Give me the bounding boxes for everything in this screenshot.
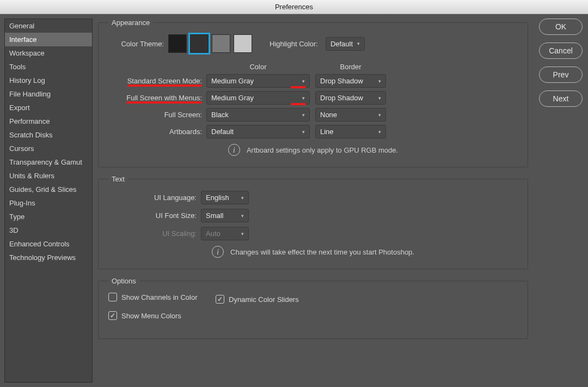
ui-scaling-label: UI Scaling: (108, 229, 201, 238)
chevron-down-icon: ▾ (241, 231, 244, 237)
dynamic-sliders-checkbox[interactable]: Dynamic Color Sliders (216, 295, 299, 304)
sidebar-item[interactable]: Interface (5, 33, 92, 46)
color-dropdown[interactable]: Black▾ (206, 108, 310, 122)
color-dropdown[interactable]: Medium Gray▾ (206, 91, 310, 105)
chevron-down-icon: ▾ (241, 195, 244, 201)
ui-font-size-dropdown[interactable]: Small ▾ (201, 209, 249, 222)
options-group: Options Show Channels in Color Dynamic C… (98, 277, 528, 339)
screen-mode-row: Full Screen with Menus:Medium Gray▾Drop … (108, 91, 518, 105)
color-value: Default (211, 128, 234, 136)
text-group: Text UI Language: English ▾ UI Font Size… (98, 175, 528, 269)
checkbox-icon (108, 293, 117, 301)
sidebar: GeneralInterfaceWorkspaceToolsHistory Lo… (4, 19, 93, 383)
prev-button[interactable]: Prev (539, 66, 583, 83)
text-info-text: Changes will take effect the next time y… (230, 248, 414, 256)
window-body: GeneralInterfaceWorkspaceToolsHistory Lo… (0, 14, 588, 387)
color-value: Medium Gray (211, 94, 254, 102)
sidebar-item[interactable]: Enhanced Controls (5, 237, 92, 251)
sidebar-item[interactable]: Scratch Disks (5, 128, 92, 142)
sidebar-item[interactable]: Guides, Grid & Slices (5, 183, 92, 196)
text-info-row: i Changes will take effect the next time… (108, 246, 518, 258)
next-button[interactable]: Next (539, 90, 583, 107)
border-dropdown[interactable]: Drop Shadow▾ (315, 74, 386, 88)
ui-font-size-value: Small (206, 211, 224, 220)
screen-mode-label: Full Screen: (108, 111, 206, 119)
sidebar-item[interactable]: History Log (5, 74, 92, 87)
screen-mode-row: Artboards:Default▾Line▾ (108, 125, 518, 138)
appearance-group: Appearance Color Theme: Highlight Color:… (98, 19, 528, 167)
border-value: None (320, 111, 337, 119)
dialog-buttons: OK Cancel Prev Next (534, 14, 588, 387)
sidebar-item[interactable]: Cursors (5, 142, 92, 155)
chevron-down-icon: ▾ (302, 78, 305, 84)
checkbox-icon (108, 311, 117, 320)
sidebar-item[interactable]: Performance (5, 114, 92, 128)
cancel-button[interactable]: Cancel (539, 43, 583, 59)
show-channels-label: Show Channels in Color (121, 293, 197, 301)
screen-mode-label: Full Screen with Menus: (108, 94, 206, 102)
sidebar-item[interactable]: Tools (5, 60, 92, 74)
chevron-down-icon: ▾ (302, 112, 305, 118)
ui-language-label: UI Language: (108, 194, 201, 202)
border-dropdown[interactable]: Line▾ (315, 125, 386, 138)
color-theme-swatch[interactable] (190, 34, 209, 53)
sidebar-item[interactable]: Units & Rulers (5, 169, 92, 183)
highlight-color-label: Highlight Color: (270, 40, 322, 48)
border-value: Drop Shadow (320, 77, 363, 85)
color-theme-swatch[interactable] (234, 34, 252, 53)
window-titlebar: Preferences (0, 0, 588, 14)
chevron-down-icon: ▾ (302, 95, 305, 101)
ui-font-size-label: UI Font Size: (108, 211, 201, 220)
ok-button[interactable]: OK (539, 19, 583, 35)
screen-mode-label: Standard Screen Mode: (108, 77, 206, 85)
sidebar-item[interactable]: File Handling (5, 87, 92, 101)
sidebar-item[interactable]: Technology Previews (5, 251, 92, 264)
show-menu-colors-label: Show Menu Colors (121, 312, 181, 320)
sidebar-item[interactable]: General (5, 19, 92, 33)
color-dropdown[interactable]: Default▾ (206, 125, 310, 138)
dynamic-sliders-label: Dynamic Color Sliders (229, 295, 299, 304)
color-value: Black (211, 111, 229, 119)
ui-scaling-value: Auto (206, 229, 220, 238)
sidebar-item[interactable]: Workspace (5, 46, 92, 60)
highlight-color-value: Default (330, 40, 353, 48)
ui-language-value: English (206, 194, 229, 202)
border-value: Drop Shadow (320, 94, 363, 102)
border-dropdown[interactable]: Drop Shadow▾ (315, 91, 386, 105)
sidebar-item[interactable]: Plug-Ins (5, 196, 92, 210)
screen-mode-label: Artboards: (108, 128, 206, 136)
sidebar-item[interactable]: Type (5, 210, 92, 223)
color-dropdown[interactable]: Medium Gray▾ (206, 74, 310, 88)
chevron-down-icon: ▾ (302, 129, 305, 135)
chevron-down-icon: ▾ (357, 41, 360, 46)
show-channels-checkbox[interactable]: Show Channels in Color (108, 293, 197, 301)
ui-scaling-dropdown: Auto ▾ (201, 227, 249, 240)
info-icon: i (228, 144, 240, 156)
appearance-legend: Appearance (108, 19, 153, 27)
sidebar-item[interactable]: Export (5, 101, 92, 114)
appearance-info-text: Artboard settings only apply to GPU RGB … (247, 146, 398, 154)
color-theme-label: Color Theme: (108, 40, 168, 48)
info-icon: i (212, 246, 224, 258)
screen-mode-row: Full Screen:Black▾None▾ (108, 108, 518, 122)
chevron-down-icon: ▾ (378, 129, 381, 135)
ui-language-dropdown[interactable]: English ▾ (201, 191, 249, 204)
chevron-down-icon: ▾ (241, 213, 244, 219)
show-menu-colors-checkbox[interactable]: Show Menu Colors (108, 311, 181, 320)
color-theme-swatch[interactable] (212, 34, 230, 53)
main-content: Appearance Color Theme: Highlight Color:… (93, 14, 534, 387)
sidebar-item[interactable]: 3D (5, 223, 92, 237)
border-column-header: Border (315, 63, 386, 71)
color-column-header: Color (206, 63, 310, 71)
color-value: Medium Gray (211, 77, 254, 85)
border-dropdown[interactable]: None▾ (315, 108, 386, 122)
border-value: Line (320, 128, 334, 136)
chevron-down-icon: ▾ (378, 95, 381, 101)
color-theme-swatch[interactable] (168, 34, 187, 53)
highlight-color-dropdown[interactable]: Default ▾ (326, 37, 365, 51)
sidebar-item[interactable]: Transparency & Gamut (5, 155, 92, 169)
chevron-down-icon: ▾ (378, 112, 381, 118)
appearance-info-row: i Artboard settings only apply to GPU RG… (108, 144, 518, 156)
chevron-down-icon: ▾ (378, 78, 381, 84)
checkbox-icon (216, 295, 224, 304)
